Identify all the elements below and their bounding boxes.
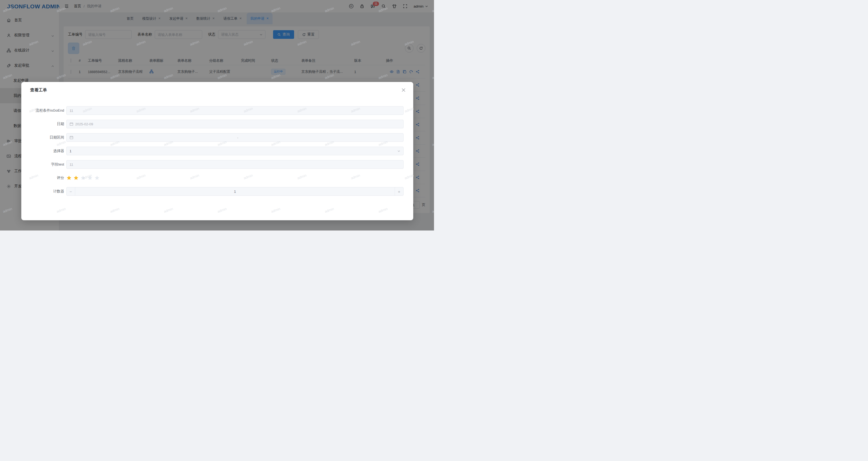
field-label: 计数器 <box>30 189 64 194</box>
form-row-select: 选择器 1 <box>30 147 404 155</box>
form-row-fieldtest: 字段test 11 <box>30 160 404 169</box>
field-label: 选择器 <box>30 149 64 153</box>
calendar-icon <box>69 135 73 140</box>
form-row-isgoend: 流程条件isGoEnd 11 <box>30 106 404 115</box>
star-icon[interactable] <box>87 175 93 181</box>
rate-stars[interactable] <box>66 175 100 181</box>
selector-select[interactable]: 1 <box>66 147 404 155</box>
form-row-date: 日期 2025-02-09 <box>30 120 404 128</box>
counter-value[interactable]: 1 <box>75 189 395 193</box>
isgoend-input[interactable]: 11 <box>66 106 404 115</box>
fieldtest-input[interactable]: 11 <box>66 160 404 169</box>
field-label: 日期区间 <box>30 135 64 140</box>
counter-increase-button[interactable]: + <box>395 187 403 195</box>
close-icon[interactable] <box>401 88 406 92</box>
range-separator: - <box>75 135 400 140</box>
date-input[interactable]: 2025-02-09 <box>66 120 404 128</box>
form-row-counter: 计数器 − 1 + <box>30 187 404 196</box>
field-label: 日期 <box>30 122 64 126</box>
form-row-daterange: 日期区间 - <box>30 133 404 142</box>
modal-header: 查看工单 <box>21 82 413 98</box>
modal-form: 流程条件isGoEnd 11 日期 2025-02-09 日期区间 - 选择器 … <box>21 98 413 196</box>
star-icon[interactable] <box>66 175 72 181</box>
chevron-down-icon <box>397 150 400 153</box>
counter-decrease-button[interactable]: − <box>67 187 75 195</box>
view-order-modal: 查看工单 流程条件isGoEnd 11 日期 2025-02-09 日期区间 -… <box>21 82 413 220</box>
star-icon[interactable] <box>80 175 86 181</box>
field-label: 字段test <box>30 162 64 167</box>
daterange-input[interactable]: - <box>66 133 404 142</box>
form-row-rate: 评分 <box>30 174 404 182</box>
calendar-icon <box>69 122 73 126</box>
modal-title: 查看工单 <box>30 87 47 93</box>
counter-input: − 1 + <box>66 187 404 196</box>
field-label: 流程条件isGoEnd <box>30 108 64 113</box>
star-icon[interactable] <box>73 175 79 181</box>
field-label: 评分 <box>30 176 64 180</box>
star-icon[interactable] <box>94 175 100 181</box>
